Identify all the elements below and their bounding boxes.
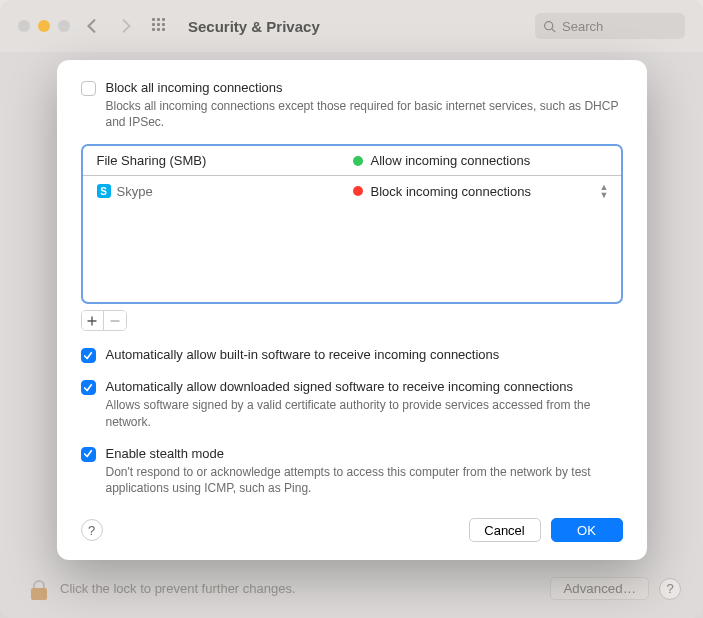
opt-stealth-desc: Don't respond to or acknowledge attempts… — [106, 464, 623, 496]
search-field[interactable]: Search — [535, 13, 685, 39]
opt-signed-checkbox[interactable] — [81, 380, 96, 395]
sheet-buttons: ? Cancel OK — [81, 518, 623, 542]
opt-signed-desc: Allows software signed by a valid certif… — [106, 397, 623, 429]
firewall-options-sheet: Block all incoming connections Blocks al… — [57, 60, 647, 560]
remove-app-button[interactable] — [103, 311, 126, 330]
opt-stealth-checkbox[interactable] — [81, 447, 96, 462]
svg-point-0 — [545, 21, 553, 29]
app-name: Skype — [117, 184, 153, 199]
lock-row: Click the lock to prevent further change… — [30, 577, 681, 600]
opt-stealth-row: Enable stealth mode Don't respond to or … — [81, 446, 623, 496]
search-icon — [543, 20, 556, 33]
add-remove-control — [81, 310, 127, 331]
ok-button[interactable]: OK — [551, 518, 623, 542]
svg-line-1 — [552, 28, 555, 31]
app-name: File Sharing (SMB) — [97, 153, 207, 168]
search-placeholder: Search — [562, 19, 603, 34]
advanced-button[interactable]: Advanced… — [550, 577, 649, 600]
show-all-button[interactable] — [148, 18, 172, 34]
sheet-help-button[interactable]: ? — [81, 519, 103, 541]
nav-forward-button[interactable] — [114, 19, 138, 33]
grid-icon — [152, 18, 168, 34]
zoom-window-button[interactable] — [58, 20, 70, 32]
nav-back-button[interactable] — [80, 19, 104, 33]
lock-icon[interactable] — [30, 578, 48, 600]
opt-signed-row: Automatically allow downloaded signed so… — [81, 379, 623, 429]
opt-stealth-label: Enable stealth mode — [106, 446, 623, 461]
window-title: Security & Privacy — [188, 18, 320, 35]
skype-icon: S — [97, 184, 111, 198]
window-controls — [18, 20, 70, 32]
block-all-desc: Blocks all incoming connections except t… — [106, 98, 623, 130]
app-status: Block incoming connections — [371, 184, 531, 199]
status-popup-button[interactable]: ▲▼ — [600, 183, 609, 199]
add-app-button[interactable] — [82, 311, 104, 330]
cancel-button[interactable]: Cancel — [469, 518, 541, 542]
lock-text: Click the lock to prevent further change… — [60, 581, 296, 596]
help-button[interactable]: ? — [659, 578, 681, 600]
titlebar: Security & Privacy Search — [0, 0, 703, 52]
status-dot-allow-icon — [353, 156, 363, 166]
app-row[interactable]: S Skype Block incoming connections ▲▼ — [83, 176, 621, 206]
opt-builtin-row: Automatically allow built-in software to… — [81, 347, 623, 363]
app-row[interactable]: File Sharing (SMB) Allow incoming connec… — [83, 146, 621, 176]
minus-icon — [110, 316, 120, 326]
block-all-label: Block all incoming connections — [106, 80, 623, 95]
apps-list[interactable]: File Sharing (SMB) Allow incoming connec… — [81, 144, 623, 304]
opt-signed-label: Automatically allow downloaded signed so… — [106, 379, 623, 394]
opt-builtin-checkbox[interactable] — [81, 348, 96, 363]
minimize-window-button[interactable] — [38, 20, 50, 32]
status-dot-block-icon — [353, 186, 363, 196]
block-all-checkbox[interactable] — [81, 81, 96, 96]
opt-builtin-label: Automatically allow built-in software to… — [106, 347, 623, 362]
block-all-row: Block all incoming connections Blocks al… — [81, 80, 623, 130]
app-status: Allow incoming connections — [371, 153, 531, 168]
close-window-button[interactable] — [18, 20, 30, 32]
plus-icon — [87, 316, 97, 326]
